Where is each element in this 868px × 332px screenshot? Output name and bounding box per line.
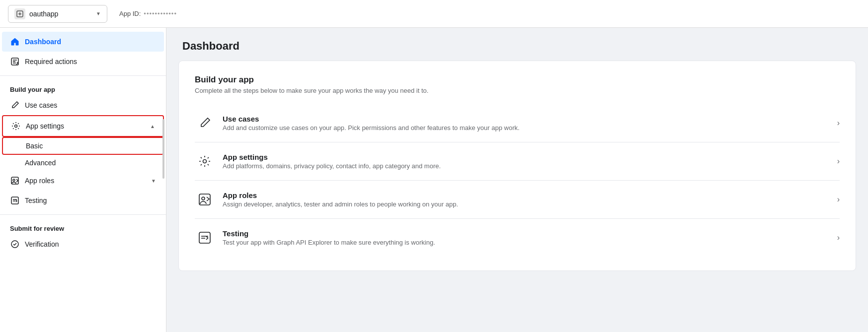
testing-card-icon [195,228,215,248]
use-cases-card-desc: Add and customize use cases on your app.… [223,124,837,132]
dashboard-label: Dashboard [25,38,61,46]
testing-label: Testing [25,197,47,204]
sidebar-item-required-actions[interactable]: Required actions [2,52,164,71]
page-title: Dashboard [182,40,852,53]
testing-icon [10,196,20,205]
app-settings-card-text: App settings Add platforms, domains, pri… [223,153,837,170]
app-roles-card-title: App roles [223,191,837,199]
required-actions-label: Required actions [25,58,77,66]
collapse-icon: ▲ [150,124,155,129]
scrollbar[interactable] [162,119,164,179]
content-card: Build your app Complete all the steps be… [178,61,856,271]
build-section-label: Build your app [0,80,166,95]
sidebar-item-use-cases[interactable]: Use cases [2,95,164,115]
layout: Dashboard Required actions Build your ap… [0,28,868,332]
svg-point-2 [15,125,17,128]
divider-2 [0,214,166,215]
svg-rect-5 [11,197,18,204]
verification-icon [10,239,20,249]
use-cases-card-icon [195,113,215,133]
testing-card-title: Testing [223,229,837,238]
card-item-app-roles[interactable]: App roles Assign developer, analytics, t… [195,181,840,219]
page-header: Dashboard [166,28,868,61]
svg-rect-10 [199,232,210,243]
sidebar-item-app-settings[interactable]: App settings ▲ [2,115,164,137]
app-name: oauthapp [29,10,92,18]
required-actions-icon [10,57,20,66]
app-roles-expand-icon: ▼ [151,178,156,184]
main-content: Dashboard Build your app Complete all th… [166,28,868,332]
app-settings-card-icon [195,151,215,171]
app-roles-arrow-icon: › [837,195,840,204]
app-roles-card-icon [195,190,215,209]
sidebar-subitem-basic[interactable]: Basic [2,137,164,155]
sidebar-item-app-roles[interactable]: App roles ▼ [2,171,164,191]
card-item-app-settings[interactable]: App settings Add platforms, domains, pri… [195,142,840,181]
sidebar-item-testing[interactable]: Testing [2,191,164,210]
app-id-section: App ID: •••••••••••• [119,10,177,17]
app-settings-card-desc: Add platforms, domains, privacy policy, … [223,162,837,170]
app-selector[interactable]: oauthapp ▼ [8,5,107,23]
use-cases-arrow-icon: › [837,119,840,128]
sidebar: Dashboard Required actions Build your ap… [0,28,166,332]
use-cases-card-text: Use cases Add and customize use cases on… [223,115,837,132]
card-item-use-cases[interactable]: Use cases Add and customize use cases on… [195,104,840,142]
app-id-value: •••••••••••• [144,10,177,17]
card-item-testing[interactable]: Testing Test your app with Graph API Exp… [195,219,840,257]
chevron-down-icon: ▼ [96,11,101,16]
card-title: Build your app [195,75,840,85]
testing-card-text: Testing Test your app with Graph API Exp… [223,229,837,246]
testing-card-desc: Test your app with Graph API Explorer to… [223,239,837,246]
use-cases-label: Use cases [25,101,57,109]
sidebar-item-dashboard[interactable]: Dashboard [2,32,164,52]
app-roles-card-desc: Assign developer, analytics, tester and … [223,200,837,208]
app-settings-label: App settings [26,122,64,130]
divider-1 [0,75,166,76]
gear-icon [11,121,21,131]
basic-label: Basic [26,142,43,150]
svg-point-9 [202,197,205,200]
app-id-label: App ID: [119,10,141,17]
svg-point-4 [13,179,15,181]
sidebar-item-verification[interactable]: Verification [2,234,164,254]
card-subtitle: Complete all the steps below to make sur… [195,87,840,94]
verification-label: Verification [25,240,59,248]
topbar: oauthapp ▼ App ID: •••••••••••• [0,0,868,28]
app-settings-arrow-icon: › [837,157,840,166]
app-roles-label: App roles [25,177,54,185]
submit-section-label: Submit for review [0,219,166,234]
app-roles-icon [10,176,20,186]
sidebar-subitem-advanced[interactable]: Advanced [2,155,164,171]
app-icon [14,8,25,19]
app-settings-card-title: App settings [223,153,837,161]
svg-point-7 [203,160,207,163]
home-icon [10,37,20,47]
use-cases-card-title: Use cases [223,115,837,123]
advanced-label: Advanced [25,159,56,167]
app-roles-card-text: App roles Assign developer, analytics, t… [223,191,837,208]
pencil-icon [10,100,20,110]
testing-arrow-icon: › [837,233,840,242]
